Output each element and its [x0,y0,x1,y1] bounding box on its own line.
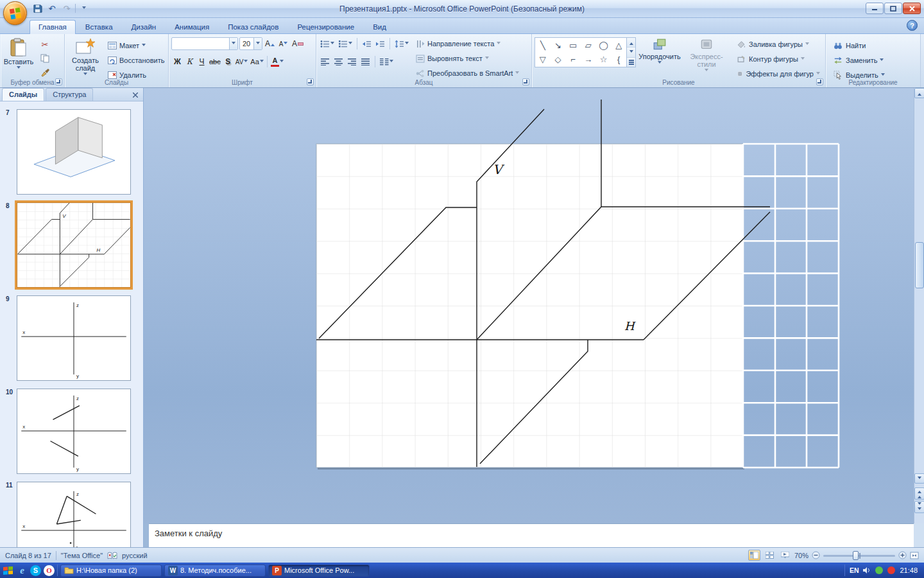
format-painter-button[interactable] [38,66,52,79]
shape-arrow[interactable]: ↘ [554,40,561,50]
arrange-button[interactable]: Упорядочить [640,36,680,77]
plane-h-label[interactable]: H [624,319,636,333]
shape-rectangle[interactable]: ▭ [569,40,577,50]
tab-slideshow[interactable]: Показ слайдов [219,20,287,34]
slide-thumbnail-11[interactable]: z x [17,482,131,547]
slide-thumbnail-8-selected[interactable]: V H [17,202,131,288]
tab-animation[interactable]: Анимация [166,20,218,34]
normal-view-button[interactable] [748,550,760,561]
shape-fill-button[interactable]: Заливка фигуры [735,38,822,51]
tab-design[interactable]: Дизайн [123,20,166,34]
tab-insert[interactable]: Вставка [76,20,122,34]
font-name-dropdown[interactable] [229,38,237,49]
quicklaunch-ie[interactable]: e [17,565,28,576]
italic-button[interactable]: К [184,56,196,68]
slide-thumbnail-7[interactable] [17,109,131,195]
tray-icon-red[interactable] [887,566,895,574]
font-name-combo[interactable] [171,37,238,50]
clock[interactable]: 21:48 [900,566,918,574]
copy-button[interactable] [38,52,52,65]
reset-slide-button[interactable]: Восстановить [106,54,166,67]
align-left-button[interactable] [319,56,331,68]
font-color-button[interactable]: А [270,56,285,68]
layout-button[interactable]: Макет [106,39,148,52]
find-button[interactable]: Найти [831,39,868,52]
shape-elbow[interactable]: ⌐ [570,55,576,64]
pane-splitter[interactable] [144,88,149,523]
change-case-button[interactable]: Аа [249,56,265,68]
scroll-down-button[interactable] [914,473,924,484]
close-pane-button[interactable] [131,91,140,100]
office-button[interactable] [3,1,27,25]
language-indicator[interactable]: русский [122,552,147,559]
fit-slide-button[interactable] [910,552,919,559]
next-slide-button[interactable] [914,501,924,513]
slide-sorter-view-button[interactable] [764,550,776,561]
quicklaunch-skype[interactable]: S [30,565,41,576]
offslide-grid[interactable] [743,144,839,468]
tab-review[interactable]: Рецензирование [288,20,363,34]
tab-outline[interactable]: Структура [46,88,93,101]
task-word-document[interactable]: W 8. Методич.пособие... [164,565,266,577]
align-text-button[interactable]: Выровнять текст [414,52,529,65]
shapes-scroll-down[interactable] [627,48,635,57]
slide-editing-area[interactable]: V H [149,88,914,523]
shapes-more-button[interactable] [627,58,635,67]
font-size-dropdown[interactable] [253,38,262,49]
bullets-button[interactable] [319,38,336,50]
shape-effects-button[interactable]: Эффекты для фигур [735,67,822,80]
save-button[interactable] [31,3,44,14]
replace-button[interactable]: Заменить [831,54,886,67]
strikethrough-button[interactable]: abc [208,56,222,68]
shape-star[interactable]: ☆ [600,55,608,64]
new-slide-button[interactable]: Создать слайд [67,36,104,77]
volume-icon[interactable] [863,567,871,574]
spellcheck-status[interactable] [107,551,117,560]
task-powerpoint-active[interactable]: P Microsoft Office Pow... [268,565,370,577]
justify-button[interactable] [359,56,372,68]
drawing-dialog-launcher[interactable] [816,78,823,85]
align-right-button[interactable] [346,56,358,68]
decrease-indent-button[interactable] [361,38,373,50]
help-button[interactable]: ? [907,20,918,31]
font-dialog-launcher[interactable] [307,78,314,85]
minimize-button[interactable] [866,3,884,14]
line-spacing-button[interactable] [393,38,410,50]
increase-indent-button[interactable] [374,38,386,50]
clipboard-dialog-launcher[interactable] [55,78,62,85]
language-tray-indicator[interactable]: EN [850,566,859,574]
text-direction-button[interactable]: Направление текста [414,37,529,50]
shape-oval[interactable]: ◯ [599,40,608,50]
close-button[interactable] [903,3,921,14]
tab-view[interactable]: Вид [364,20,395,34]
redo-button[interactable]: ↷ [60,3,73,14]
cut-button[interactable]: ✂ [38,38,52,51]
align-center-button[interactable] [332,56,345,68]
start-button[interactable] [3,566,14,575]
quicklaunch-opera[interactable]: O [44,565,55,576]
shape-outline-button[interactable]: Контур фигуры [735,53,822,66]
shape-diamond[interactable]: ◇ [554,55,561,64]
tab-slides-thumbnails[interactable]: Слайды [2,88,44,101]
paragraph-dialog-launcher[interactable] [522,78,529,85]
slideshow-view-button[interactable] [779,550,791,561]
shape-right-arrow[interactable]: → [584,55,592,64]
zoom-in-button[interactable] [898,551,907,559]
vertical-scrollbar[interactable] [914,88,924,523]
maximize-button[interactable] [884,3,902,14]
zoom-out-button[interactable] [812,551,820,559]
numbering-button[interactable] [337,38,354,50]
grow-font-button[interactable]: А [264,38,276,50]
zoom-level[interactable]: 70% [794,552,809,559]
tab-home[interactable]: Главная [30,20,76,34]
shrink-font-button[interactable]: А [277,38,289,50]
scrollbar-thumb[interactable] [915,242,924,288]
character-spacing-button[interactable]: AV [234,56,250,68]
slide-thumbnail-9[interactable]: z x y [17,295,131,381]
zoom-slider[interactable] [823,550,895,561]
tray-icon-green[interactable] [875,566,883,574]
clear-formatting-button[interactable]: А [291,38,305,50]
underline-button[interactable]: Ч [196,56,208,68]
quick-styles-button[interactable]: Экспресс-стили [682,36,731,77]
convert-smartart-button[interactable]: Преобразовать в SmartArt [414,67,529,80]
